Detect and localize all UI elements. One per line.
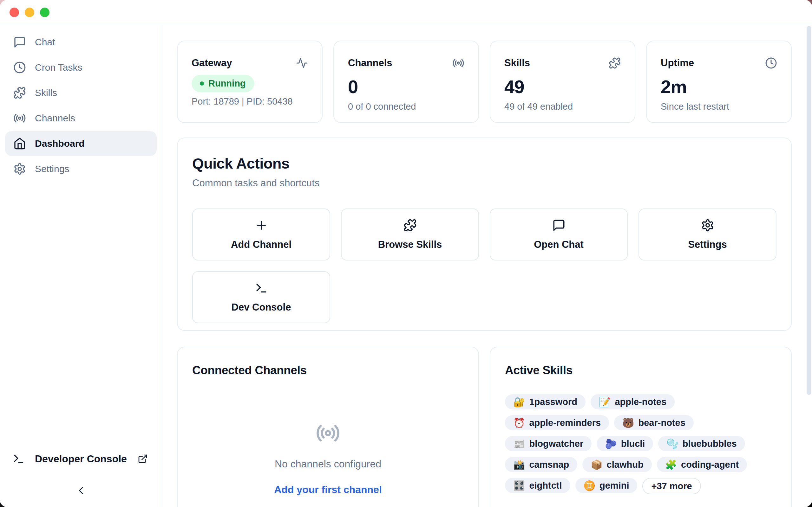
developer-console-link[interactable]: Developer Console xyxy=(5,447,157,470)
skill-emoji: 🐻 xyxy=(622,417,634,429)
stat-title: Channels xyxy=(348,57,392,69)
quick-actions-title: Quick Actions xyxy=(192,155,776,172)
stat-card: Gateway Running Port: 18789 | PID: 50438 xyxy=(177,41,322,123)
sidebar-item[interactable]: Skills xyxy=(5,80,157,105)
skill-name: gemini xyxy=(600,481,629,491)
quick-action-button[interactable]: Open Chat xyxy=(490,209,628,261)
chevron-left-icon xyxy=(75,485,87,496)
stat-title: Gateway xyxy=(192,57,232,69)
skill-emoji: 🧩 xyxy=(665,459,677,470)
collapse-sidebar-button[interactable] xyxy=(5,485,157,496)
stats-row: Gateway Running Port: 18789 | PID: 50438… xyxy=(177,41,792,123)
stat-card: Skills 49 49 of 49 enabled xyxy=(490,41,635,123)
quick-actions-subtitle: Common tasks and shortcuts xyxy=(192,177,776,189)
channels-empty-state: No channels configured Add your first ch… xyxy=(192,377,464,496)
skill-name: coding-agent xyxy=(681,459,739,470)
quick-action-button[interactable]: Add Channel xyxy=(192,209,330,261)
skill-name: bluebubbles xyxy=(682,439,737,449)
skill-badge: 🧩 coding-agent xyxy=(657,457,747,472)
skill-badge: 📝 apple-notes xyxy=(591,394,675,409)
stat-card: Uptime 2m Since last restart xyxy=(646,41,792,123)
stat-title: Uptime xyxy=(661,57,694,69)
skill-badge: ⏰ apple-reminders xyxy=(505,415,609,430)
quick-actions-grid: Add Channel Browse Skills Open Chat Sett… xyxy=(192,209,776,323)
skill-emoji: 🫐 xyxy=(605,438,617,449)
home-icon xyxy=(13,137,26,150)
channels-empty-text: No channels configured xyxy=(275,458,381,470)
app-body: Chat Cron Tasks Skills Channels Dashboar… xyxy=(0,25,812,507)
clock-icon xyxy=(13,61,26,74)
scrollbar-thumb[interactable] xyxy=(807,26,811,395)
skill-badge: 🫧 bluebubbles xyxy=(658,436,745,451)
skill-emoji: 📸 xyxy=(513,459,525,470)
skill-emoji: 📦 xyxy=(591,459,602,470)
quick-action-button[interactable]: Browse Skills xyxy=(341,209,479,261)
app-window: Chat Cron Tasks Skills Channels Dashboar… xyxy=(0,0,812,507)
puzzle-icon xyxy=(609,57,621,69)
minimize-button[interactable] xyxy=(25,8,34,17)
stat-title: Skills xyxy=(504,57,530,69)
sidebar-item[interactable]: Channels xyxy=(5,106,157,130)
connected-channels-panel: Connected Channels No channels configure… xyxy=(177,347,479,507)
add-first-channel-link[interactable]: Add your first channel xyxy=(274,484,382,496)
skill-name: eightctl xyxy=(529,481,562,491)
skill-emoji: 🫧 xyxy=(666,438,678,449)
titlebar xyxy=(0,0,812,25)
skill-badge: ♊️ gemini xyxy=(575,478,638,493)
skill-emoji: 📰 xyxy=(513,438,525,449)
skill-emoji: 🔐 xyxy=(513,396,525,407)
quick-action-button[interactable]: Settings xyxy=(639,209,776,261)
skill-emoji: 🎛️ xyxy=(513,480,525,491)
radio-icon xyxy=(316,421,340,446)
skill-emoji: ⏰ xyxy=(513,417,525,429)
stat-detail: 49 of 49 enabled xyxy=(504,101,621,112)
terminal-icon xyxy=(255,281,268,295)
skill-name: 1password xyxy=(529,397,577,407)
stat-value: 2m xyxy=(661,76,777,97)
sidebar-item-label: Settings xyxy=(35,164,69,174)
external-link-icon xyxy=(138,454,148,464)
sidebar-item-label: Cron Tasks xyxy=(35,62,83,73)
skill-name: apple-notes xyxy=(615,397,666,407)
sidebar-item[interactable]: Settings xyxy=(5,157,157,181)
stat-value: 0 xyxy=(348,76,464,97)
quick-actions-panel: Quick Actions Common tasks and shortcuts… xyxy=(177,137,792,331)
skill-badge: 🫐 blucli xyxy=(597,436,653,451)
skills-pill-list: 🔐 1password 📝 apple-notes ⏰ apple-remind… xyxy=(505,394,776,494)
skill-name: blogwatcher xyxy=(529,439,583,449)
skill-badge: 🔐 1password xyxy=(505,394,586,409)
zoom-button[interactable] xyxy=(40,8,49,17)
skill-name: apple-reminders xyxy=(529,418,601,428)
quick-action-label: Add Channel xyxy=(231,239,292,250)
quick-action-label: Browse Skills xyxy=(378,239,442,250)
close-button[interactable] xyxy=(9,8,19,17)
skill-badge: 🐻 bear-notes xyxy=(614,415,694,430)
skill-name: clawhub xyxy=(607,459,644,470)
more-skills-button[interactable]: +37 more xyxy=(642,478,701,494)
skill-badge: 📦 clawhub xyxy=(582,457,652,472)
activity-icon xyxy=(296,57,308,69)
connected-channels-title: Connected Channels xyxy=(192,364,464,377)
quick-action-label: Dev Console xyxy=(232,302,291,313)
status-badge: Running xyxy=(192,75,254,92)
skill-badge: 📸 camsnap xyxy=(505,457,577,472)
skill-badge: 🎛️ eightctl xyxy=(505,478,570,493)
dashboard-main: Gateway Running Port: 18789 | PID: 50438… xyxy=(162,25,812,507)
skill-badge: 📰 blogwatcher xyxy=(505,436,592,451)
quick-action-label: Settings xyxy=(688,239,727,250)
gear-icon xyxy=(701,219,714,232)
quick-action-label: Open Chat xyxy=(534,239,583,250)
stat-card: Channels 0 0 of 0 connected xyxy=(334,41,479,123)
sidebar-item[interactable]: Cron Tasks xyxy=(5,55,157,80)
sidebar-item-label: Skills xyxy=(35,88,57,98)
sidebar-nav: Chat Cron Tasks Skills Channels Dashboar… xyxy=(5,30,157,182)
sidebar-item-label: Dashboard xyxy=(35,138,85,149)
terminal-icon xyxy=(13,453,25,465)
chat-icon xyxy=(13,36,26,49)
sidebar-item-label: Chat xyxy=(35,37,55,48)
active-skills-panel: Active Skills 🔐 1password 📝 apple-notes … xyxy=(490,347,792,507)
skill-emoji: ♊️ xyxy=(583,480,595,491)
sidebar-item[interactable]: Dashboard xyxy=(5,131,157,156)
quick-action-button[interactable]: Dev Console xyxy=(192,271,330,323)
sidebar-item[interactable]: Chat xyxy=(5,30,157,55)
